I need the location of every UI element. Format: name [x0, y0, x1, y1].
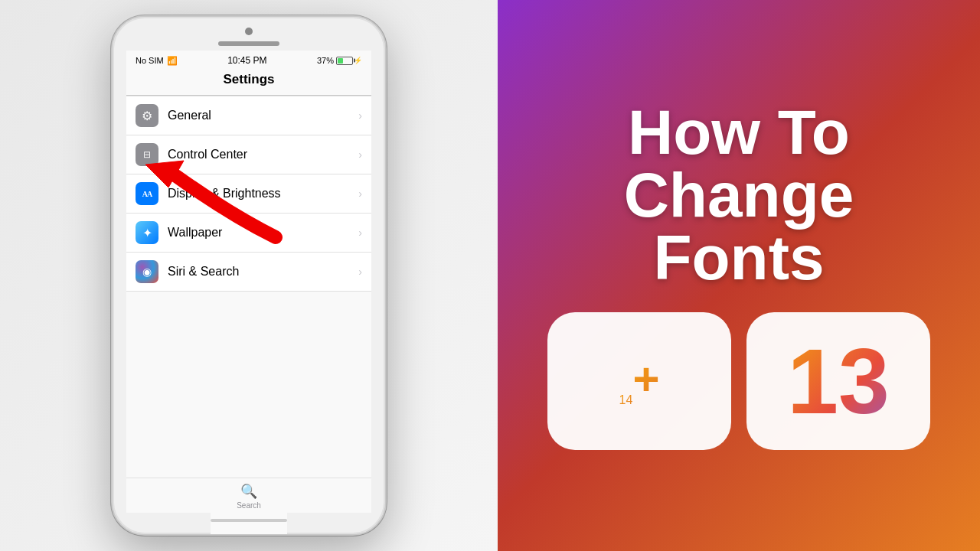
settings-title-bar: Settings	[126, 67, 371, 96]
control-center-chevron-icon: ›	[358, 148, 362, 161]
display-chevron-icon: ›	[358, 187, 362, 200]
headline-text: How To Change Fonts	[624, 101, 854, 289]
settings-title: Settings	[136, 72, 362, 87]
status-right: 37% ⚡	[317, 56, 362, 65]
right-panel: How To Change Fonts 14 + 13	[498, 0, 980, 551]
mute-button	[111, 74, 113, 88]
status-time: 10:45 PM	[227, 55, 266, 66]
control-center-label: Control Center	[168, 148, 358, 161]
tab-search[interactable]: 🔍 Search	[237, 483, 261, 510]
headline-line3: Fonts	[624, 227, 854, 289]
wallpaper-label: Wallpaper	[168, 226, 358, 240]
wifi-icon: 📶	[167, 56, 178, 66]
iphone-top-hardware	[113, 17, 385, 51]
wallpaper-chevron-icon: ›	[358, 227, 362, 239]
iphone-mockup: No SIM 📶 10:45 PM 37% ⚡ Settings	[111, 15, 387, 536]
settings-item-display[interactable]: AA Display & Brightness ›	[126, 174, 371, 214]
display-brightness-label: Display & Brightness	[168, 187, 358, 201]
settings-list: ⚙ General › ⊟ Control Center › AA Displa…	[126, 96, 371, 478]
home-indicator	[211, 519, 287, 522]
volume-down-button	[111, 124, 113, 147]
settings-item-general[interactable]: ⚙ General ›	[126, 96, 371, 135]
headline-line1: How To	[624, 101, 854, 164]
power-button	[385, 109, 387, 147]
headline-line2: Change	[624, 164, 854, 227]
siri-chevron-icon: ›	[358, 266, 362, 278]
version-badges: 14 + 13	[547, 312, 930, 450]
battery-icon	[336, 57, 353, 65]
speaker-grille	[218, 41, 279, 46]
iphone-screen: No SIM 📶 10:45 PM 37% ⚡ Settings	[126, 51, 371, 513]
battery-percent: 37%	[317, 56, 334, 65]
settings-item-control-center[interactable]: ⊟ Control Center ›	[126, 135, 371, 174]
general-chevron-icon: ›	[358, 109, 362, 122]
siri-search-label: Siri & Search	[168, 265, 358, 279]
battery-container: ⚡	[336, 57, 362, 65]
carrier-label: No SIM	[136, 56, 164, 65]
settings-item-siri[interactable]: ◉ Siri & Search ›	[126, 253, 371, 292]
volume-up-button	[111, 93, 113, 116]
search-tab-label: Search	[237, 501, 261, 510]
siri-icon: ◉	[136, 260, 158, 283]
status-left: No SIM 📶	[136, 56, 178, 66]
ios14-badge: 14 +	[547, 312, 731, 450]
left-panel: No SIM 📶 10:45 PM 37% ⚡ Settings	[0, 0, 498, 551]
search-tab-icon: 🔍	[240, 483, 257, 500]
bottom-tab-bar: 🔍 Search	[126, 478, 371, 513]
ios14-number: 14 +	[619, 357, 660, 406]
battery-fill	[338, 58, 343, 64]
ios13-badge: 13	[746, 312, 930, 450]
wallpaper-icon: ✦	[136, 221, 158, 244]
ios13-number: 13	[787, 328, 889, 434]
status-bar: No SIM 📶 10:45 PM 37% ⚡	[126, 51, 371, 67]
front-camera	[245, 28, 253, 35]
general-icon: ⚙	[136, 104, 158, 127]
general-label: General	[168, 109, 358, 122]
iphone-bottom	[211, 513, 287, 534]
control-center-icon: ⊟	[136, 143, 158, 166]
display-brightness-icon: AA	[136, 182, 158, 205]
settings-item-wallpaper[interactable]: ✦ Wallpaper ›	[126, 214, 371, 253]
